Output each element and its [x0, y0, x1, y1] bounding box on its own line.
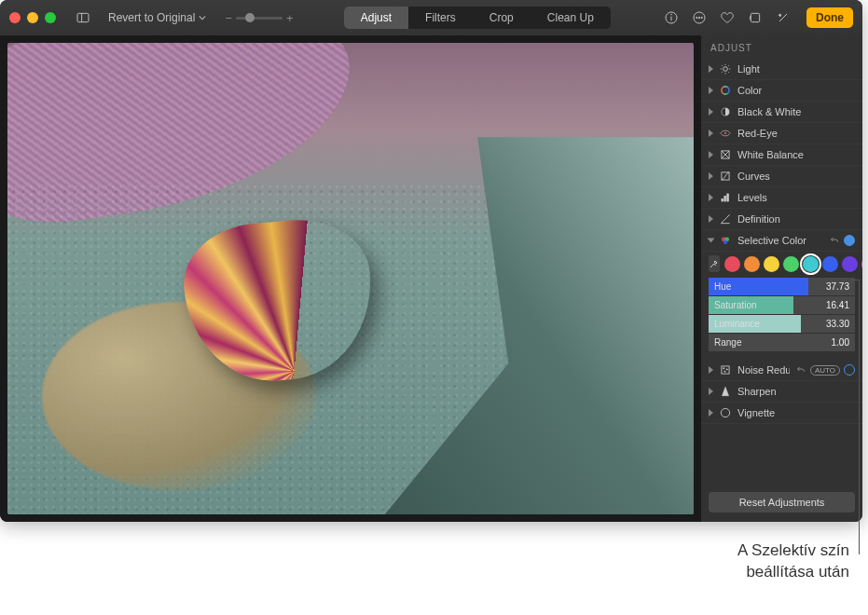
tab-adjust[interactable]: Adjust [344, 7, 408, 29]
section-label: Selective Color [737, 235, 823, 246]
chevron-right-icon [709, 130, 713, 137]
section-label: Vignette [737, 407, 855, 418]
slider-hue[interactable]: Hue 37.73 [709, 278, 855, 295]
tab-filters[interactable]: Filters [408, 7, 473, 29]
color-swatch-1[interactable] [744, 256, 760, 272]
section-levels[interactable]: Levels [701, 187, 862, 209]
info-icon[interactable] [661, 7, 682, 28]
rotate-icon[interactable] [745, 7, 765, 28]
color-swatch-6[interactable] [842, 256, 858, 272]
chevron-right-icon [709, 388, 713, 395]
section-label: Definition [737, 213, 855, 225]
light-icon [719, 62, 732, 75]
chevron-right-icon [709, 87, 713, 94]
more-icon[interactable] [689, 7, 710, 28]
svg-rect-16 [722, 198, 723, 201]
chevron-right-icon [709, 409, 713, 417]
svg-point-13 [724, 132, 726, 134]
section-label: Light [737, 63, 855, 75]
swatch-row [709, 255, 855, 272]
section-definition[interactable]: Definition [701, 209, 862, 230]
section-curves[interactable]: Curves [701, 166, 862, 187]
vignette-icon [719, 406, 732, 419]
slider-lum[interactable]: Luminance 33.30 [709, 315, 855, 333]
slider-range[interactable]: Range 1.00 [709, 334, 855, 351]
photo-canvas[interactable] [0, 35, 701, 522]
enabled-toggle[interactable] [844, 235, 855, 246]
svg-point-7 [698, 17, 699, 18]
section-bw[interactable]: Black & White [701, 102, 862, 123]
mode-tabs: Adjust Filters Crop Clean Up [344, 7, 611, 29]
color-swatch-0[interactable] [724, 256, 740, 272]
section-whitebalance[interactable]: White Balance [701, 144, 862, 166]
done-button[interactable]: Done [806, 7, 853, 28]
color-icon [719, 84, 732, 97]
section-label: Levels [737, 192, 855, 203]
photo-preview [7, 43, 694, 514]
section-color[interactable]: Color [701, 80, 862, 102]
svg-point-25 [724, 371, 725, 372]
svg-point-11 [722, 87, 729, 94]
fullscreen-window-button[interactable] [45, 12, 56, 23]
close-window-button[interactable] [9, 12, 21, 23]
autoenhance-icon[interactable] [773, 7, 793, 28]
tab-crop[interactable]: Crop [473, 7, 530, 29]
reset-adjustments-button[interactable]: Reset Adjustments [709, 492, 855, 512]
color-swatch-2[interactable] [764, 256, 779, 272]
sidebar-toggle-icon[interactable] [73, 7, 93, 28]
zoom-track[interactable] [236, 17, 282, 20]
section-sharpen[interactable]: Sharpen [701, 381, 862, 403]
color-swatch-3[interactable] [783, 256, 799, 272]
enabled-toggle[interactable] [844, 364, 855, 376]
section-selective-color[interactable]: Selective Color [701, 230, 862, 252]
slider-label: Range [709, 337, 760, 348]
auto-badge[interactable]: AUTO [810, 365, 840, 376]
slider-label: Hue [709, 281, 760, 292]
color-swatch-4[interactable] [803, 256, 819, 272]
chevron-right-icon [709, 172, 713, 180]
levels-icon [719, 191, 732, 204]
section-label: Noise Reduction [737, 364, 790, 376]
section-label: Black & White [737, 106, 855, 117]
svg-rect-0 [77, 13, 89, 21]
svg-rect-18 [727, 194, 729, 201]
caption-text: A Szelektív szín beállítása után [737, 540, 849, 583]
zoom-knob[interactable] [245, 13, 255, 22]
chevron-right-icon [709, 194, 713, 201]
svg-point-24 [726, 369, 727, 370]
zoom-plus-icon: + [286, 11, 294, 25]
slider-label: Saturation [709, 300, 760, 310]
content-area: ADJUST Light Color Black & White Red-Eye [0, 35, 862, 522]
slider-value: 37.73 [826, 281, 849, 292]
caption-line2: beállítása után [737, 562, 849, 583]
section-vignette[interactable]: Vignette [701, 403, 862, 424]
noise-icon [719, 363, 732, 376]
chevron-right-icon [709, 215, 713, 223]
chevron-down-icon [708, 239, 715, 243]
svg-point-26 [721, 408, 729, 417]
section-redeye[interactable]: Red-Eye [701, 123, 862, 144]
slider-value: 1.00 [832, 337, 849, 348]
chevron-right-icon [709, 65, 713, 73]
undo-icon[interactable] [829, 235, 840, 246]
definition-icon [719, 212, 732, 226]
section-noise-reduction[interactable]: Noise Reduction AUTO [701, 360, 862, 381]
eyedropper-button[interactable] [709, 255, 720, 272]
callout-line [859, 280, 860, 554]
undo-icon[interactable] [795, 364, 806, 376]
svg-point-8 [701, 17, 702, 18]
color-swatch-7[interactable] [861, 256, 862, 272]
slider-sat[interactable]: Saturation 16.41 [709, 296, 855, 314]
selective-color-body: Hue 37.73 Saturation 16.41 Luminance 33.… [701, 252, 862, 360]
svg-rect-22 [722, 366, 729, 374]
zoom-slider[interactable]: − + [225, 11, 293, 25]
color-swatch-5[interactable] [822, 256, 838, 272]
tab-cleanup[interactable]: Clean Up [530, 7, 611, 29]
chevron-right-icon [709, 108, 713, 116]
section-light[interactable]: Light [701, 59, 862, 80]
revert-button[interactable]: Revert to Original [101, 6, 214, 30]
minimize-window-button[interactable] [27, 12, 38, 23]
selective-color-icon [719, 234, 732, 247]
favorite-icon[interactable] [717, 7, 737, 28]
section-label: Curves [737, 171, 855, 182]
